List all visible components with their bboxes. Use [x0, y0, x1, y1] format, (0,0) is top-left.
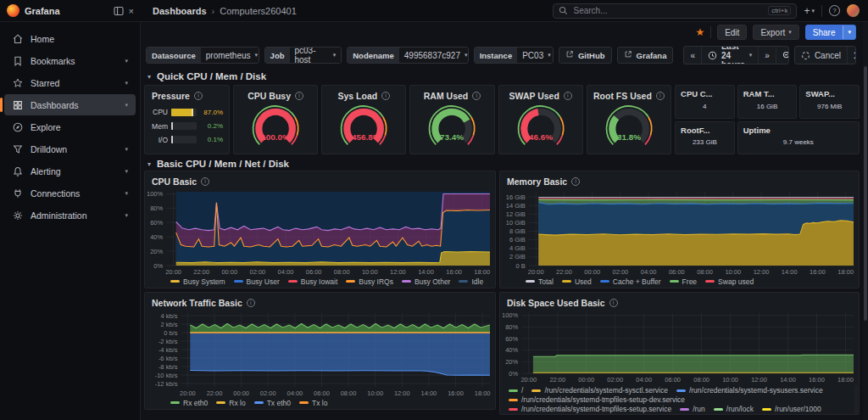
panel-title[interactable]: CPU Basic: [152, 176, 197, 187]
new-button[interactable]: + ▾: [804, 5, 815, 17]
legend-item[interactable]: Total: [526, 277, 554, 286]
export-button[interactable]: Export ▾: [753, 25, 798, 40]
edit-button[interactable]: Edit: [717, 25, 747, 40]
legend-item[interactable]: /run/credentials/systemd-sysctl.service: [531, 386, 668, 395]
disk-space-plot[interactable]: 20:0022:0000:0002:0004:0006:0008:0010:00…: [500, 310, 859, 384]
panel-title[interactable]: Memory Basic: [507, 176, 567, 187]
share-menu-button[interactable]: ▾: [843, 25, 855, 40]
legend-item[interactable]: Busy User: [234, 277, 280, 286]
memory-basic-plot[interactable]: 20:0022:0000:0002:0004:0006:0008:0010:00…: [500, 188, 859, 277]
info-icon[interactable]: i: [201, 177, 209, 186]
legend-item[interactable]: Cache + Buffer: [600, 277, 661, 286]
close-sidebar-icon[interactable]: ×: [129, 6, 134, 16]
legend-series-color: [170, 401, 180, 404]
help-icon[interactable]: ?: [829, 5, 840, 16]
pressure-bar: [171, 122, 197, 130]
stat-title[interactable]: RAM T...: [743, 89, 792, 98]
legend-item[interactable]: /run/user/1000: [762, 405, 821, 413]
cpu-basic-plot[interactable]: 20:0022:0000:0002:0004:0006:0008:0010:00…: [145, 188, 495, 277]
network-traffic-plot[interactable]: 20:0022:0000:0002:0004:0006:0008:0010:00…: [145, 310, 495, 398]
share-button[interactable]: Share ▾: [805, 25, 856, 40]
info-icon[interactable]: i: [472, 92, 481, 100]
legend-item[interactable]: Free: [670, 277, 697, 286]
variable-instance[interactable]: InstancePC03▾: [474, 47, 554, 64]
legend-item[interactable]: Rx eth0: [170, 399, 208, 407]
legend-item[interactable]: /: [509, 386, 523, 395]
sidebar-item-alerting[interactable]: Alerting▾: [4, 160, 136, 182]
legend-item[interactable]: /run/lock: [714, 405, 754, 413]
info-icon[interactable]: i: [381, 92, 390, 100]
user-avatar[interactable]: [847, 4, 860, 17]
panel-title[interactable]: Sys Load: [337, 91, 377, 101]
sidebar-item-administration[interactable]: Administration▾: [4, 204, 136, 226]
time-shift-forward-button[interactable]: »: [758, 47, 776, 64]
favorite-star-icon[interactable]: ★: [695, 26, 704, 38]
panel-title[interactable]: Pressure: [152, 91, 190, 101]
legend-item[interactable]: Tx lo: [299, 399, 327, 407]
info-icon[interactable]: i: [247, 299, 255, 307]
legend-item[interactable]: Idle: [459, 277, 483, 286]
legend-item[interactable]: Used: [562, 277, 592, 286]
sidebar-item-home[interactable]: Home: [4, 28, 136, 49]
refresh-interval-picker[interactable]: 1m ▾: [847, 47, 856, 64]
info-icon[interactable]: i: [609, 299, 618, 307]
info-icon[interactable]: i: [295, 92, 303, 100]
breadcrumb-dashboards[interactable]: Dashboards: [153, 6, 207, 16]
info-icon[interactable]: i: [564, 92, 572, 100]
legend-item[interactable]: Swap used: [705, 277, 754, 286]
legend-item[interactable]: /run/credentials/systemd-tmpfiles-setup-…: [509, 395, 685, 404]
panel-title[interactable]: Disk Space Used Basic: [507, 298, 605, 308]
variable-job[interactable]: Jobpc03-host▾: [264, 47, 342, 64]
variable-nodename[interactable]: Nodename49956837c927▾: [347, 47, 468, 64]
refresh-cancel-button[interactable]: Cancel: [795, 47, 847, 64]
variable-datasource[interactable]: Datasourceprometheus▾: [146, 47, 259, 64]
zoom-out-button[interactable]: [776, 47, 789, 64]
dashboard-link-grafana[interactable]: Grafana: [617, 47, 674, 64]
stat-value: 9.7 weeks: [743, 135, 854, 151]
info-icon[interactable]: i: [656, 92, 665, 100]
sidebar-item-explore[interactable]: Explore: [4, 116, 136, 137]
stat-title[interactable]: SWAP...: [805, 89, 854, 98]
breadcrumb-page[interactable]: Computers260401: [220, 6, 297, 16]
sidebar-item-starred[interactable]: Starred▾: [4, 72, 136, 93]
legend-scrollbar[interactable]: [854, 385, 858, 414]
sidebar-item-drilldown[interactable]: Drilldown▾: [4, 138, 136, 160]
legend-item[interactable]: Busy Iowait: [288, 277, 337, 286]
grafana-logo-icon[interactable]: [7, 4, 19, 17]
legend-item[interactable]: /run/credentials/systemd-sysusers.servic…: [676, 386, 823, 395]
panel-title[interactable]: CPU Busy: [248, 91, 291, 101]
time-shift-back-button[interactable]: «: [684, 47, 701, 64]
svg-text:04:00: 04:00: [278, 268, 294, 276]
svg-text:02:00: 02:00: [250, 268, 266, 276]
sidebar-item-dashboards[interactable]: Dashboards▾: [4, 94, 136, 115]
stat-title[interactable]: Uptime: [743, 126, 854, 135]
vertical-scrollbar[interactable]: [863, 22, 868, 420]
dock-sidebar-icon[interactable]: [114, 6, 124, 16]
sidebar-item-connections[interactable]: Connections▾: [4, 182, 136, 204]
panel-title[interactable]: RAM Used: [424, 91, 469, 101]
panel-title[interactable]: Network Traffic Basic: [152, 298, 242, 308]
panel-title[interactable]: SWAP Used: [509, 91, 559, 101]
stat-title[interactable]: RootF...: [681, 126, 729, 135]
info-icon[interactable]: i: [571, 177, 580, 186]
legend-item[interactable]: /run: [680, 405, 705, 413]
row-quick-cpu-mem-disk[interactable]: ▾ Quick CPU / Mem / Disk: [144, 70, 860, 83]
row-basic-cpu-mem-net-disk[interactable]: ▾ Basic CPU / Mem / Net / Disk: [144, 157, 860, 171]
panel-title[interactable]: Root FS Used: [593, 91, 652, 101]
stat-value: 233 GiB: [681, 135, 729, 151]
legend-item[interactable]: Busy IRQs: [346, 277, 393, 286]
svg-text:20:00: 20:00: [520, 376, 537, 384]
legend-item[interactable]: /run/credentials/systemd-tmpfiles-setup.…: [509, 405, 671, 413]
sidebar-item-bookmarks[interactable]: Bookmarks▾: [4, 50, 136, 71]
svg-text:100%: 100%: [502, 311, 519, 319]
pressure-metric-label: Mem: [151, 122, 168, 131]
stat-title[interactable]: CPU C...: [681, 89, 729, 98]
time-range-picker[interactable]: Last 24 hours ▾: [701, 47, 758, 64]
dashboard-link-github[interactable]: GitHub: [559, 47, 612, 64]
legend-item[interactable]: Busy System: [170, 277, 225, 286]
search-input[interactable]: Search... ctrl+k: [553, 3, 797, 19]
legend-item[interactable]: Tx eth0: [254, 399, 291, 407]
info-icon[interactable]: i: [194, 92, 203, 100]
legend-item[interactable]: Busy Other: [402, 277, 451, 286]
legend-item[interactable]: Rx lo: [216, 399, 245, 407]
